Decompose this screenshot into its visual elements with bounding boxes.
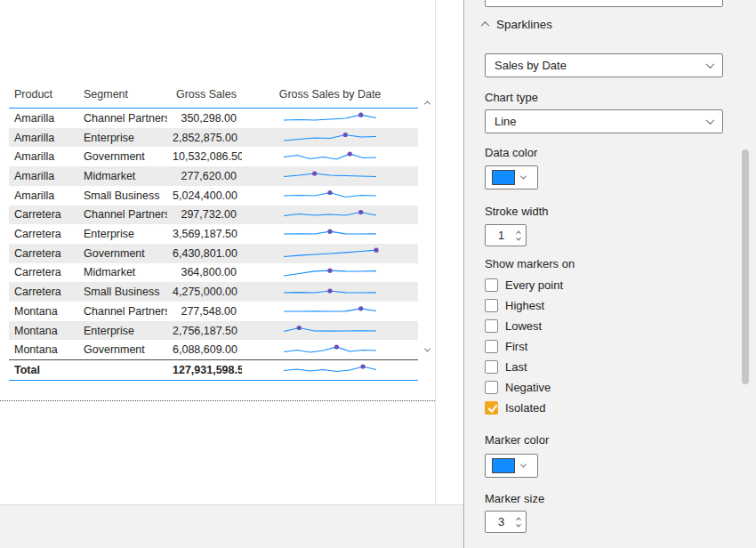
cell-sparkline [242,186,418,206]
chevron-down-icon [706,116,715,125]
table-row[interactable]: CarreteraGovernment6,430,801.00 [9,244,418,263]
chevron-down-icon [423,345,430,351]
table-row[interactable]: AmarillaSmall Business5,024,400.00 [9,186,418,206]
table-row[interactable]: AmarillaMidmarket277,620.00 [9,166,418,186]
cell-gross-sales: 297,732.00 [167,206,242,225]
stroke-width-value: 1 [486,229,517,242]
cell-gross-sales: 277,548.00 [167,302,242,321]
table-row[interactable]: CarreteraChannel Partners297,732.00 [9,206,418,225]
cell-segment: Channel Partners [78,109,167,128]
sparkline-chart [281,227,379,241]
column-header-product[interactable]: Product [9,85,78,109]
data-color-label: Data color [485,146,537,159]
column-header-gross-sales[interactable]: Gross Sales [167,85,242,109]
cell-gross-sales: 350,298.00 [167,109,242,128]
marker-size-stepper[interactable]: 3 [485,511,527,533]
cell-sparkline [242,224,418,244]
checkbox-option-lowest[interactable]: Lowest [485,318,563,333]
checkbox-checked-icon[interactable] [485,401,498,415]
table-scroll-down-button[interactable] [422,344,432,355]
stepper-spin-buttons[interactable] [517,517,526,528]
cell-gross-sales: 2,756,187.50 [167,321,242,341]
checkbox-option-highest[interactable]: Highest [485,298,563,312]
sparkline-chart [281,324,379,338]
cell-segment: Enterprise [78,128,167,148]
format-search-input-partial[interactable] [485,0,723,7]
stepper-spin-buttons[interactable] [517,230,526,241]
sparkline-chart [281,246,379,261]
chevron-up-icon [423,101,430,107]
cell-product: Carretera [9,224,78,244]
checkbox-icon[interactable] [485,340,498,353]
stroke-width-label: Stroke width [485,205,549,218]
table-row[interactable]: AmarillaEnterprise2,852,875.00 [9,128,418,148]
chart-type-dropdown[interactable]: Line [485,109,723,133]
cell-sparkline [242,302,418,321]
spin-down-icon [516,521,521,527]
cell-segment: Enterprise [78,224,167,244]
data-table: Product Segment Gross Sales Gross Sales … [9,85,418,381]
cell-sparkline [242,147,418,166]
sparkline-select-dropdown[interactable]: Sales by Date [485,53,723,77]
collapse-chevron-icon [481,21,490,30]
cell-sparkline [242,109,418,128]
column-header-segment[interactable]: Segment [78,85,167,109]
cell-gross-sales: 5,024,400.00 [167,186,242,206]
sparkline-chart [281,111,379,125]
cell-segment: Government [78,147,167,166]
show-markers-label: Show markers on [485,257,575,270]
table-row[interactable]: CarreteraSmall Business4,275,000.00 [9,282,418,302]
table-row[interactable]: CarreteraEnterprise3,569,187.50 [9,224,418,244]
cell-segment: Midmarket [78,166,167,186]
cell-product: Amarilla [9,109,78,128]
format-pane: Sparklines Sales by Date Chart type Line… [464,0,756,548]
table-scroll-up-button[interactable] [422,97,432,108]
cell-sparkline [242,166,418,186]
table-row[interactable]: AmarillaGovernment10,532,086.50 [9,147,418,166]
section-title: Sparklines [496,18,552,31]
cell-segment: Midmarket [78,263,167,283]
marker-color-picker[interactable] [485,454,538,478]
sparkline-chart [281,169,379,183]
checkbox-icon[interactable] [485,299,498,312]
table-row[interactable]: MontanaGovernment6,088,609.00 [9,340,418,359]
checkbox-option-last[interactable]: Last [485,359,563,374]
checkbox-icon[interactable] [485,381,498,394]
sparkline-chart [281,286,379,300]
sparklines-section-header[interactable]: Sparklines [482,18,552,31]
cell-product: Carretera [9,282,78,302]
marker-options-list: Every pointHighestLowestFirstLastNegativ… [485,278,563,421]
total-label: Total [9,360,78,381]
color-swatch [492,458,515,473]
pane-scrollbar-thumb[interactable] [742,149,749,384]
checkbox-option-first[interactable]: First [485,339,563,353]
table-visual[interactable]: Product Segment Gross Sales Gross Sales … [9,85,434,381]
cell-gross-sales: 6,430,801.00 [167,244,242,263]
cell-segment: Small Business [78,186,167,206]
checkbox-option-every-point[interactable]: Every point [485,278,563,292]
table-row[interactable]: CarreteraMidmarket364,800.00 [9,263,418,283]
data-color-picker[interactable] [485,165,538,189]
stroke-width-stepper[interactable]: 1 [485,224,527,246]
marker-size-value: 3 [486,515,517,528]
sparkline-chart [281,304,379,318]
checkbox-icon[interactable] [485,278,498,292]
chart-type-label: Chart type [485,91,538,104]
checkbox-icon[interactable] [485,319,498,333]
cell-segment: Government [78,244,167,263]
cell-gross-sales: 277,620.00 [167,166,242,186]
cell-product: Montana [9,340,78,359]
cell-sparkline [242,128,418,148]
table-row[interactable]: MontanaEnterprise2,756,187.50 [9,321,418,341]
table-row[interactable]: AmarillaChannel Partners350,298.00 [9,109,418,128]
spin-down-icon [516,235,521,240]
checkbox-icon[interactable] [485,360,498,374]
checkbox-label: Lowest [505,319,542,333]
chevron-down-icon [520,173,527,180]
table-row[interactable]: MontanaChannel Partners277,548.00 [9,302,418,321]
cell-product: Amarilla [9,128,78,148]
checkbox-option-negative[interactable]: Negative [485,380,563,394]
column-header-sparkline[interactable]: Gross Sales by Date [242,85,418,109]
checkbox-option-isolated[interactable]: Isolated [485,400,563,415]
checkbox-label: Isolated [505,401,546,415]
